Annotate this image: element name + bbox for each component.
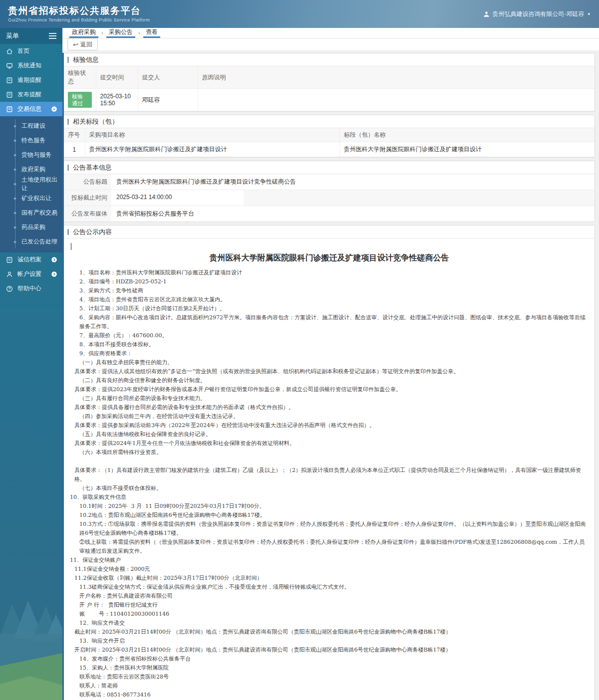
document-paragraph: 10.2地点：贵阳市观山湖区金阳南路6号世纪金源购物中心商务楼B栋17楼。 [69,511,590,520]
chevron-down-icon [51,106,57,112]
document-paragraph: 具体要求：（1）具有建设行政主管部门核发的建筑行业（建筑工程）乙级（及以上）；（… [69,466,590,484]
document-paragraph: 具体要求：提供法人或其他组织有效的“多证合一”营业执照（或有效的营业执照副本、组… [69,367,590,376]
document-paragraph: 1、项目名称：贵州医科大学附属医院眼科门诊搬迁及扩建项目设计 [69,268,590,277]
document-paragraph: 7、最高限价（元）：467600.00。 [69,331,590,340]
document-paragraph: 10.1时间：2025年 3 月 11 日09时00分至2025年03月17日1… [69,502,590,511]
document-paragraph: 具体要求：提供具备履行合同所必需的设备和专业技术能力的书面承诺（格式文件自拟）。 [69,403,590,412]
sidebar-submenu-item[interactable]: 货物与服务 [0,148,62,162]
back-button[interactable]: ↩ 返回 [67,38,98,50]
document-paragraph: 3、采购方式：竞争性磋商 [69,286,590,295]
sidebar-item-credit-archive[interactable]: 诚信档案 [0,252,62,267]
related-lots-title: 相关标段（包） [64,115,595,128]
person-icon [6,271,13,278]
document-paragraph: 联系地址：贵阳市云岩区贵医街28号 [69,673,590,682]
sidebar-submenu-item[interactable]: 矿业权出让 [0,191,62,206]
document-paragraph: 开 户 行： 贵阳银行世纪城支行 [69,601,590,610]
app-header: 贵州省招标投标公共服务平台 GuiZhou Province Tendering… [0,0,599,28]
document-paragraph: （二）具有良好的商业信誉和健全的财务会计制度。 [69,376,590,385]
status-badge: 核验通过 [68,92,92,108]
document-paragraph: （六）本项目所需特殊行业资质。 [69,448,590,457]
document-paragraph: 6、采购内容：眼科中心改造项目设计。总建筑面积约2972平方米。项目服务内容包含… [69,313,590,331]
chevron-right-icon [51,256,57,263]
document-paragraph: （三）具有履行合同所必需的设备和专业技术能力。 [69,394,590,403]
sidebar-submenu-item[interactable]: 药品采购 [0,220,62,234]
page: 贵州省招标投标公共服务平台 GuiZhou Province Tendering… [0,0,599,700]
back-icon: ↩ [73,41,78,48]
sidebar-item-label: 诚信档案 [17,255,41,264]
back-button-label: 返回 [80,40,92,49]
col-header-index: 序号 [64,128,85,142]
breadcrumb-separator-icon: › [135,28,143,38]
sidebar-submenu-item[interactable]: 已发公告处理 [0,234,62,249]
document-paragraph: 具体要求：提供2024年1月至今任意一个月依法缴纳税收和社会保障资金的有效证明材… [69,439,590,448]
sidebar-item-label: 帐户设置 [17,270,41,278]
lot-name-cell: 贵州医科大学附属医院眼科门诊搬迁及扩建项目设计 [339,142,595,157]
field-label-publish-media: 公告发布媒体 [64,206,111,222]
document-paragraph: 联系电话：0851-86773416 [69,691,590,700]
verify-info-panel: 核验信息 核验状态 提交时间 提交人 原因说明 核验通过 [64,53,595,112]
sidebar-submenu-item[interactable]: 土地使用权出让 [0,177,62,191]
field-value-bid-deadline: 2025-03-21 14:00:00 [111,190,244,206]
sidebar-item-help-center[interactable]: 帮助中心 [0,281,62,296]
sidebar-submenu-item[interactable]: 工程建设 [0,119,62,133]
breadcrumb-item-procurement-notice[interactable]: 采购公告 [106,28,135,38]
table-header-row: 核验状态 提交时间 提交人 原因说明 [64,66,595,89]
notice-content-title: 公告公示内容 [64,226,595,238]
basic-info-row: 公告标题 贵州医科大学附属医院眼科门诊搬迁及扩建项目设计竞争性磋商公告 [64,174,595,190]
sidebar-submenu: 工程建设 特色服务 货物与服务 政府采购 土地使用权出让 [0,116,62,252]
field-label-bid-deadline: 投标截止时间 [64,190,111,206]
sidebar-submenu-item[interactable]: 国有产权交易 [0,206,62,220]
sidebar-submenu-item[interactable]: 政府采购 [0,162,62,177]
breadcrumb-item-view[interactable]: 查看 [143,28,160,38]
sidebar-item-account-settings[interactable]: 帐户设置 [0,267,62,281]
sidebar-item-home[interactable]: 首页 [0,44,62,58]
col-header-verify-status: 核验状态 [64,66,96,89]
col-header-lot-name: 标段（包）名称 [339,128,595,142]
document-paragraph: 14、发布媒介：贵州省招标投标公共服务平台 [69,655,590,664]
document-paragraph: 4、项目地点：贵州省贵阳市云岩区北京路北侧京玖大厦内。 [69,295,590,304]
basic-info-row: 公告发布媒体 贵州省招标投标公共服务平台 [64,206,595,222]
document-paragraph: （一）具有独立承担民事责任的能力。 [69,358,590,367]
brand: 贵州省招标投标公共服务平台 GuiZhou Province Tendering… [8,5,150,22]
user-name: 贵州弘典建设咨询有限公司-邓廷容 [492,10,584,18]
col-header-reason: 原因说明 [198,66,595,89]
sidebar-menu-header[interactable]: 菜单 [0,28,62,44]
sidebar-item-overdue-reminder[interactable]: 逾期提醒 [0,73,62,87]
document-paragraph: 12、响应文件递交 [69,619,590,628]
sidebar-submenu-item[interactable]: 特色服务 [0,133,62,148]
breadcrumb-item-gov-procurement[interactable]: 政府采购 [69,28,98,38]
submitter-cell: 邓廷容 [138,89,198,111]
document-paragraph: 具体要求：提供2023年度经审计的财务报告或基本开户银行资信证明复印件加盖公章，… [69,385,590,394]
document-paragraph: 截止时间：2025年03月21日14时00分 （北京时间）地点：贵州弘典建设咨询… [69,628,590,637]
document-paragraph: 2、项目编号：HDZB-2025-052-1 [69,277,590,286]
sidebar-submenu-item-label: 国有产权交易 [21,209,57,217]
sidebar-submenu-item-label: 特色服务 [21,136,45,145]
layout: 菜单 首页 系统通知 [0,28,599,700]
sidebar-item-notifications[interactable]: 系统通知 [0,58,62,73]
sidebar-item-publish-reminder[interactable]: 发布提醒 [0,87,62,102]
sidebar: 菜单 首页 系统通知 [0,28,62,700]
breadcrumb-separator-icon: › [98,28,106,38]
document-paragraph: 8、本项目不接受联合体投标。 [69,340,590,349]
user-menu[interactable]: 贵州弘典建设咨询有限公司-邓廷容 ▾ [483,10,590,18]
field-label-notice-title: 公告标题 [64,174,111,190]
document-paragraph: 9、供应商资格要求： [69,349,590,358]
sidebar-submenu-item-label: 药品采购 [21,223,45,232]
caret-down-icon: ▾ [588,11,590,16]
verify-info-table: 核验状态 提交时间 提交人 原因说明 核验通过 2025-03-10 15:50… [64,66,595,111]
document-title: 贵州医科大学附属医院眼科门诊搬迁及扩建项目设计竞争性磋商公告 [69,251,590,264]
sidebar-item-label: 发布提醒 [17,90,41,99]
document-paragraph: 具体要求：提供参加采购活动前3年内（2022年至2024年）在经营活动中没有重大… [69,421,590,430]
hamburger-icon[interactable] [49,33,56,39]
sidebar-item-label: 首页 [17,47,29,55]
document-paragraph: 5、计划工期：30日历天（设计合同签订后第2天开始计）。 [69,304,590,313]
document-icon [6,106,13,113]
document-paragraph: 15、采购人：贵州医科大学附属医院 [69,664,590,673]
basic-info-row: 投标截止时间 2025-03-21 14:00:00 [64,190,595,206]
col-header-project-name: 采购项目名称 [85,128,339,142]
sidebar-item-label: 逾期提醒 [17,76,41,84]
notice-basic-info-title: 公告基本信息 [64,161,595,174]
project-name-cell: 贵州医科大学附属医院眼科门诊搬迁及扩建项目设计 [85,142,339,157]
related-lots-table: 序号 采购项目名称 标段（包）名称 1 贵州医科大学附属医院眼科门诊搬迁及扩建项… [64,128,595,157]
sidebar-item-trade-info[interactable]: 交易信息 [0,102,62,116]
